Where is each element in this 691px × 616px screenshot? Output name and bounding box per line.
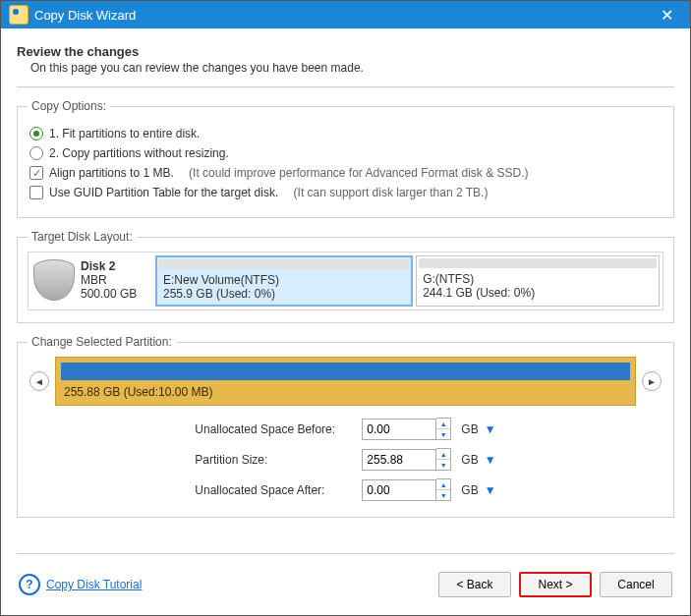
unit-dropdown[interactable]: ▼ [485,422,496,436]
checkbox-icon [29,166,43,180]
wizard-footer: ? Copy Disk Tutorial < Back Next > Cance… [17,549,674,607]
disk-layout: Disk 2 MBR 500.00 GB E:New Volume(NTFS)2… [28,252,663,310]
usage-bar [419,258,657,268]
disk-name: Disk 2 [81,259,149,273]
space-before-input[interactable] [362,419,436,440]
partition-g[interactable]: G:(NTFS)244.1 GB (Used: 0%) [416,255,660,307]
target-layout-group: Target Disk Layout: Disk 2 MBR 500.00 GB… [17,230,674,323]
spin-down-icon[interactable]: ▼ [436,429,450,439]
option-guid[interactable]: Use GUID Partition Table for the target … [29,186,662,199]
selected-partition-bar[interactable]: 255.88 GB (Used:10.00 MB) [55,357,636,406]
radio-icon [29,127,43,140]
scroll-left-button[interactable]: ◄ [29,371,49,391]
close-icon[interactable]: ✕ [651,6,682,25]
size-controls: Unallocated Space Before: ▲▼ GB▼ Partiti… [28,414,663,505]
unit-dropdown[interactable]: ▼ [485,453,496,467]
partition-slider: ◄ 255.88 GB (Used:10.00 MB) ► [28,357,663,406]
selected-partition-text: 255.88 GB (Used:10.00 MB) [56,385,635,399]
scroll-right-button[interactable]: ► [642,371,662,391]
change-partition-group: Change Selected Partition: ◄ 255.88 GB (… [17,335,674,518]
partition-map: E:New Volume(NTFS)255.9 GB (Used: 0%) G:… [155,255,660,307]
spin-up-icon[interactable]: ▲ [436,449,450,460]
spin-down-icon[interactable]: ▼ [436,490,450,500]
option-fit[interactable]: 1. Fit partitions to entire disk. [29,127,662,140]
help-icon[interactable]: ? [19,574,40,595]
target-layout-legend: Target Disk Layout: [28,230,137,244]
wizard-window: Copy Disk Wizard ✕ Review the changes On… [0,0,691,616]
partition-size-row: Partition Size: ▲▼ GB▼ [195,448,495,471]
disk-icon [33,259,75,301]
window-title: Copy Disk Wizard [34,8,651,23]
partition-e[interactable]: E:New Volume(NTFS)255.9 GB (Used: 0%) [155,255,413,307]
cancel-button[interactable]: Cancel [600,572,672,597]
app-icon [9,5,29,25]
disk-info: Disk 2 MBR 500.00 GB [81,255,155,307]
option-align[interactable]: Align partitions to 1 MB. (It could impr… [29,166,662,180]
disk-size: 500.00 GB [81,287,149,301]
page-title: Review the changes [17,44,674,59]
titlebar[interactable]: Copy Disk Wizard ✕ [1,1,690,28]
spin-up-icon[interactable]: ▲ [436,419,450,429]
tutorial-link[interactable]: Copy Disk Tutorial [46,578,142,591]
radio-icon [29,146,43,160]
partition-size-input[interactable] [362,449,436,471]
disk-style: MBR [81,273,149,287]
checkbox-icon [29,186,43,199]
option-no-resize[interactable]: 2. Copy partitions without resizing. [29,146,662,160]
spin-up-icon[interactable]: ▲ [436,479,450,490]
wizard-body: Review the changes On this page you can … [1,28,690,615]
usage-bar [159,259,409,269]
next-button[interactable]: Next > [519,572,592,597]
unit-dropdown[interactable]: ▼ [485,483,496,497]
selected-fill [61,363,630,380]
space-before-row: Unallocated Space Before: ▲▼ GB▼ [195,418,495,440]
change-partition-legend: Change Selected Partition: [28,335,176,349]
space-after-row: Unallocated Space After: ▲▼ GB▼ [195,478,495,501]
back-button[interactable]: < Back [438,572,511,597]
divider [17,553,674,554]
divider [17,86,674,87]
copy-options-legend: Copy Options: [28,99,110,113]
space-after-input[interactable] [362,479,436,501]
copy-options-group: Copy Options: 1. Fit partitions to entir… [17,99,674,218]
page-subtitle: On this page you can review the changes … [30,61,674,75]
spin-down-icon[interactable]: ▼ [436,460,450,470]
